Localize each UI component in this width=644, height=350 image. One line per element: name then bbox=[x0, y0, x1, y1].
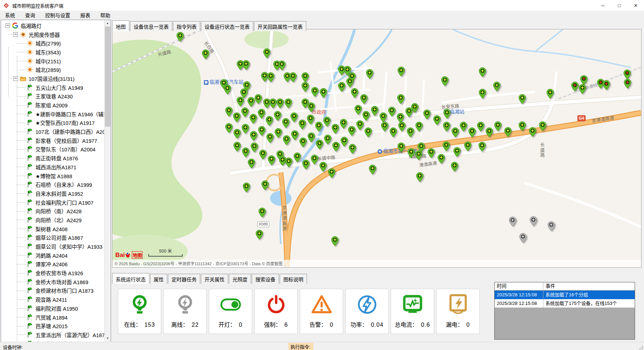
device-pin-online[interactable] bbox=[369, 165, 376, 175]
window-close-button[interactable]: ✕ bbox=[628, 0, 644, 11]
tree-item[interactable]: 社会福利院大门口 A1907 bbox=[1, 198, 104, 207]
device-pin-online[interactable] bbox=[351, 88, 358, 98]
panel-tab-6[interactable]: 图标说明 bbox=[280, 274, 307, 284]
device-pin-online[interactable] bbox=[381, 122, 388, 132]
device-pin-online[interactable] bbox=[177, 32, 184, 42]
device-pin-online[interactable] bbox=[464, 141, 471, 151]
event-log-row[interactable]: 2025/3/28 12:15:08系统加载了175个设备，在线153个 bbox=[495, 299, 635, 308]
tree-item[interactable]: 107北（建新中路路口西）A2014 bbox=[1, 127, 104, 136]
device-pin-online[interactable] bbox=[319, 162, 327, 172]
device-pin-forced[interactable] bbox=[624, 69, 631, 79]
panel-tab-1[interactable]: 属性 bbox=[150, 274, 167, 284]
tree-item[interactable]: 向阳桥（南）A2428 bbox=[1, 206, 104, 215]
device-pin-forced[interactable] bbox=[580, 75, 587, 85]
device-pin-offline[interactable] bbox=[509, 217, 516, 227]
device-pin-online[interactable] bbox=[519, 121, 526, 131]
tree-item[interactable]: 烟草公司（求知中学）A1933 bbox=[1, 242, 104, 251]
device-pin-online[interactable] bbox=[255, 94, 262, 104]
tree-item[interactable]: ★交警队西(107南) A1917 bbox=[1, 118, 104, 127]
device-pin-online[interactable] bbox=[460, 122, 467, 132]
device-pin-online[interactable] bbox=[479, 89, 486, 99]
device-pin-forced[interactable] bbox=[624, 79, 631, 89]
device-pin-online[interactable] bbox=[493, 82, 500, 92]
window-maximize-button[interactable]: □ bbox=[611, 0, 628, 11]
device-pin-online[interactable] bbox=[398, 142, 405, 152]
device-pin-online[interactable] bbox=[365, 127, 372, 137]
device-pin-online[interactable] bbox=[285, 98, 292, 108]
tree-item[interactable]: 自来水斜对面 A1952 bbox=[1, 189, 104, 198]
device-pin-online[interactable] bbox=[283, 135, 290, 145]
device-pin-online[interactable] bbox=[355, 105, 362, 115]
device-pin-online[interactable] bbox=[267, 72, 274, 82]
device-pin-online[interactable] bbox=[311, 87, 318, 97]
map-tab-1[interactable]: 设备信息一览表 bbox=[130, 21, 172, 31]
tree-item[interactable]: ★博物馆 A1888 bbox=[1, 171, 104, 180]
device-pin-online[interactable] bbox=[443, 141, 450, 151]
tree-item[interactable]: 王家珑巷 A2430 bbox=[1, 92, 104, 101]
device-pin-online[interactable] bbox=[241, 107, 249, 117]
device-pin-online[interactable] bbox=[256, 230, 263, 240]
device-pin-online[interactable] bbox=[428, 148, 435, 158]
tree-item[interactable]: 城东(3543) bbox=[1, 48, 104, 57]
device-pin-online[interactable] bbox=[266, 133, 274, 143]
device-pin-online[interactable] bbox=[356, 120, 364, 130]
tree-item[interactable]: 金桥建材市场门口 A1873 bbox=[1, 286, 104, 295]
device-pin-forced[interactable] bbox=[603, 80, 610, 90]
device-pin-online[interactable] bbox=[346, 78, 354, 88]
device-pin-online[interactable] bbox=[294, 152, 301, 162]
device-pin-online[interactable] bbox=[388, 107, 395, 117]
tree-item[interactable]: 观音路 A2411 bbox=[1, 295, 104, 304]
device-pin-online[interactable] bbox=[285, 157, 292, 167]
device-pin-online[interactable] bbox=[453, 147, 461, 157]
device-pin-online[interactable] bbox=[302, 160, 309, 170]
device-pin-online[interactable] bbox=[258, 126, 265, 136]
device-pin-online[interactable] bbox=[224, 84, 231, 94]
menu-item-4[interactable]: 帮助 bbox=[95, 11, 115, 19]
tree-expand-toggle[interactable] bbox=[13, 32, 18, 37]
panel-tab-4[interactable]: 光照度 bbox=[229, 274, 251, 284]
device-pin-online[interactable] bbox=[340, 119, 347, 129]
device-pin-online[interactable] bbox=[405, 107, 413, 117]
event-log-row[interactable]: 2025/3/28 12:15:08系统加载了16个分组 bbox=[495, 291, 635, 299]
device-pin-online[interactable] bbox=[468, 127, 476, 137]
menu-item-3[interactable]: 报表 bbox=[75, 11, 95, 19]
device-pin-online[interactable] bbox=[289, 72, 297, 82]
tree-expand-toggle[interactable] bbox=[5, 23, 10, 28]
device-pin-online[interactable] bbox=[259, 150, 266, 160]
tree-item[interactable]: 城西派出所A1871 bbox=[1, 162, 104, 171]
tree-item[interactable]: 陈家组 A2009 bbox=[1, 101, 104, 110]
device-pin-online[interactable] bbox=[408, 148, 415, 158]
device-pin-offline[interactable] bbox=[530, 216, 537, 226]
device-pin-online[interactable] bbox=[423, 110, 431, 120]
tree-item[interactable]: 临湘路灯 bbox=[1, 21, 104, 30]
device-pin-online[interactable] bbox=[266, 116, 273, 126]
device-pin-online[interactable] bbox=[479, 67, 486, 77]
device-pin-online[interactable] bbox=[539, 121, 546, 131]
device-pin-online[interactable] bbox=[328, 168, 335, 178]
device-pin-online[interactable] bbox=[479, 142, 486, 152]
device-pin-online[interactable] bbox=[443, 109, 451, 119]
device-pin-online[interactable] bbox=[243, 183, 250, 193]
device-pin-online[interactable] bbox=[278, 60, 285, 71]
tree-item[interactable]: 向阳桥（北）A2429 bbox=[1, 215, 104, 224]
device-pin-online[interactable] bbox=[237, 97, 244, 107]
window-minimize-button[interactable]: ─ bbox=[595, 0, 611, 11]
device-pin-online[interactable] bbox=[263, 48, 270, 58]
device-pin-online[interactable] bbox=[477, 122, 484, 132]
panel-tab-2[interactable]: 定时器任务 bbox=[168, 274, 200, 284]
tree-item[interactable]: 南正街转盘 A1876 bbox=[1, 154, 104, 162]
tree-item[interactable]: 金桥农贸市场 A1926 bbox=[1, 268, 104, 277]
device-pin-online[interactable] bbox=[366, 69, 373, 79]
device-pin-online[interactable] bbox=[486, 127, 493, 137]
device-pin-online[interactable] bbox=[397, 94, 404, 104]
column-header-event[interactable]: 事件 bbox=[543, 282, 635, 290]
device-pin-online[interactable] bbox=[261, 180, 269, 190]
device-pin-online[interactable] bbox=[225, 123, 232, 133]
device-pin-online[interactable] bbox=[415, 150, 422, 160]
device-pin-online[interactable] bbox=[349, 144, 356, 154]
tree-item[interactable]: 城西(2799) bbox=[1, 39, 104, 48]
device-pin-online[interactable] bbox=[251, 142, 258, 152]
device-pin-online[interactable] bbox=[250, 114, 257, 124]
device-pin-online[interactable] bbox=[202, 49, 209, 59]
device-pin-online[interactable] bbox=[247, 97, 255, 107]
